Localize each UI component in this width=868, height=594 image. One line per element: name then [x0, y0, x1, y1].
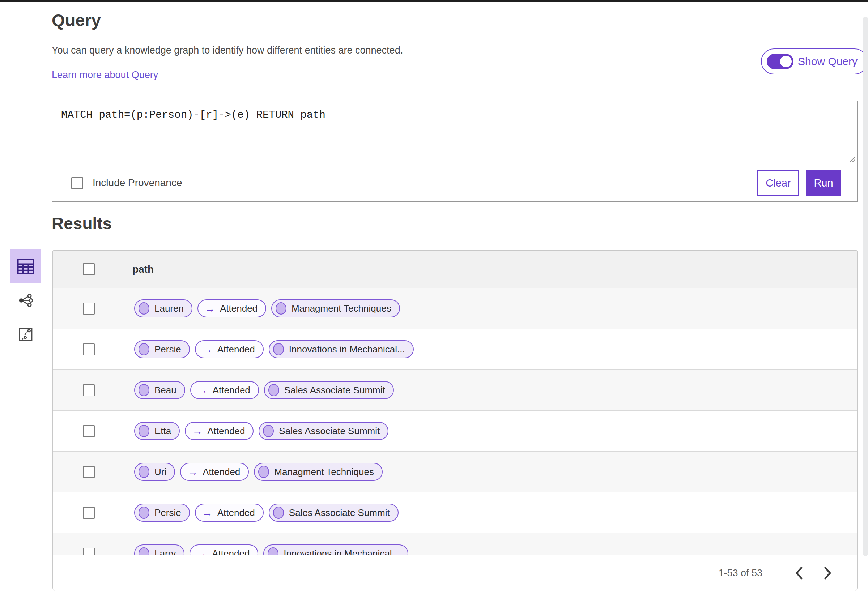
arrow-right-icon: →	[192, 426, 202, 436]
table-view-button[interactable]	[10, 249, 41, 283]
clear-button[interactable]: Clear	[757, 170, 799, 196]
relationship-label: Attended	[212, 548, 249, 555]
entity-label: Innovations in Mechanical...	[283, 548, 400, 555]
entity-pill[interactable]: Sales Associate Summit	[258, 422, 388, 440]
entity-node-icon	[139, 343, 149, 355]
row-checkbox[interactable]	[83, 303, 95, 314]
previous-page-button[interactable]	[791, 565, 807, 581]
arrow-right-icon: →	[202, 344, 213, 355]
share-network-icon	[17, 292, 34, 309]
table-body: Lauren →Attended Managment Techniques Pe…	[53, 288, 857, 554]
table-row: Persie →Attended Sales Associate Summit	[53, 492, 857, 533]
entity-label: Persie	[154, 507, 181, 519]
table-row: Etta →Attended Sales Associate Summit	[53, 411, 857, 451]
query-input[interactable]: MATCH path=(p:Person)-[r]->(e) RETURN pa…	[52, 101, 857, 164]
query-editor-panel: MATCH path=(p:Person)-[r]->(e) RETURN pa…	[52, 100, 858, 202]
row-checkbox[interactable]	[83, 466, 95, 478]
show-query-label: Show Query	[798, 55, 858, 68]
row-checkbox[interactable]	[83, 343, 95, 355]
entity-pill[interactable]: Sales Associate Summit	[269, 504, 399, 522]
toggle-knob	[780, 56, 792, 67]
toggle-on-icon[interactable]	[767, 54, 794, 69]
entity-pill[interactable]: Uri	[134, 463, 175, 481]
arrow-right-icon: →	[202, 508, 213, 518]
entity-pill[interactable]: Lauren	[134, 299, 192, 317]
entity-node-icon	[139, 425, 149, 437]
knowledge-graph-query-page: Query You can query a knowledge graph to…	[0, 0, 868, 594]
entity-label: Managment Techniques	[291, 303, 391, 314]
entity-node-icon	[139, 507, 149, 519]
relationship-label: Attended	[217, 507, 255, 519]
entity-pill[interactable]: Managment Techniques	[271, 299, 400, 317]
results-view-switcher	[10, 249, 41, 351]
results-table: path Lauren →Attended Managment Techniqu…	[52, 250, 858, 591]
entity-pill[interactable]: Innovations in Mechanical...	[269, 340, 414, 358]
relationship-label: Attended	[217, 344, 255, 355]
include-provenance-label: Include Provenance	[93, 177, 182, 189]
table-row: Persie →Attended Innovations in Mechanic…	[53, 329, 857, 370]
include-provenance-checkbox[interactable]	[71, 177, 83, 189]
entity-node-icon	[139, 384, 149, 396]
row-checkbox[interactable]	[83, 548, 95, 555]
row-checkbox[interactable]	[83, 384, 95, 396]
run-button[interactable]: Run	[806, 170, 841, 196]
line-chart-icon	[17, 326, 34, 343]
arrow-right-icon: →	[187, 467, 198, 477]
entity-node-icon	[276, 302, 286, 314]
page-title: Query	[52, 10, 101, 30]
entity-pill[interactable]: Persie	[134, 340, 190, 358]
relationship-pill[interactable]: →Attended	[189, 544, 258, 554]
entity-node-icon	[268, 547, 279, 554]
link-chart-view-button[interactable]	[10, 283, 41, 317]
entity-pill[interactable]: Larry	[134, 544, 185, 554]
show-query-toggle-button[interactable]: Show Query	[761, 49, 868, 74]
entity-pill[interactable]: Sales Associate Summit	[264, 381, 394, 399]
learn-more-link[interactable]: Learn more about Query	[52, 69, 158, 81]
chart-view-button[interactable]	[10, 317, 41, 351]
entity-pill[interactable]: Etta	[134, 422, 180, 440]
entity-label: Managment Techniques	[274, 466, 374, 478]
relationship-label: Attended	[202, 466, 240, 478]
next-page-button[interactable]	[819, 565, 836, 581]
entity-label: Lauren	[154, 303, 184, 314]
table-row: Larry →Attended Innovations in Mechanica…	[53, 533, 857, 554]
table-row: Lauren →Attended Managment Techniques	[53, 288, 857, 329]
relationship-pill[interactable]: →Attended	[198, 299, 266, 317]
relationship-label: Attended	[220, 303, 257, 314]
relationship-pill[interactable]: →Attended	[180, 463, 249, 481]
select-all-checkbox[interactable]	[83, 263, 95, 275]
query-editor-footer: Include Provenance Clear Run	[52, 164, 857, 201]
entity-label: Etta	[154, 426, 171, 437]
relationship-pill[interactable]: →Attended	[185, 422, 254, 440]
entity-pill[interactable]: Beau	[134, 381, 185, 399]
resize-handle-icon[interactable]	[847, 154, 855, 163]
scroll-gutter-divider	[850, 288, 850, 554]
entity-label: Persie	[154, 344, 181, 355]
relationship-pill[interactable]: →Attended	[190, 381, 259, 399]
pagination-range-label: 1-53 of 53	[718, 567, 762, 579]
relationship-pill[interactable]: →Attended	[195, 340, 264, 358]
relationship-label: Attended	[213, 385, 250, 396]
table-row: Beau →Attended Sales Associate Summit	[53, 370, 857, 411]
row-checkbox[interactable]	[83, 507, 95, 519]
chevron-right-icon	[823, 566, 833, 580]
entity-node-icon	[139, 466, 149, 478]
entity-node-icon	[263, 425, 274, 437]
row-checkbox[interactable]	[83, 425, 95, 437]
entity-node-icon	[258, 466, 269, 478]
entity-label: Larry	[154, 548, 176, 555]
scrollbar-track[interactable]	[863, 17, 868, 556]
entity-pill[interactable]: Persie	[134, 504, 190, 522]
entity-label: Sales Associate Summit	[279, 426, 380, 437]
query-description: You can query a knowledge graph to ident…	[52, 45, 403, 56]
pagination-bar: 1-53 of 53	[53, 554, 857, 591]
entity-node-icon	[269, 384, 279, 396]
table-row: Uri →Attended Managment Techniques	[53, 451, 857, 492]
entity-pill[interactable]: Innovations in Mechanical...	[263, 544, 408, 554]
relationship-pill[interactable]: →Attended	[195, 504, 264, 522]
column-header-path: path	[132, 264, 154, 275]
entity-label: Uri	[154, 466, 166, 478]
relationship-label: Attended	[207, 426, 245, 437]
entity-pill[interactable]: Managment Techniques	[254, 463, 382, 481]
chevron-left-icon	[794, 566, 804, 580]
